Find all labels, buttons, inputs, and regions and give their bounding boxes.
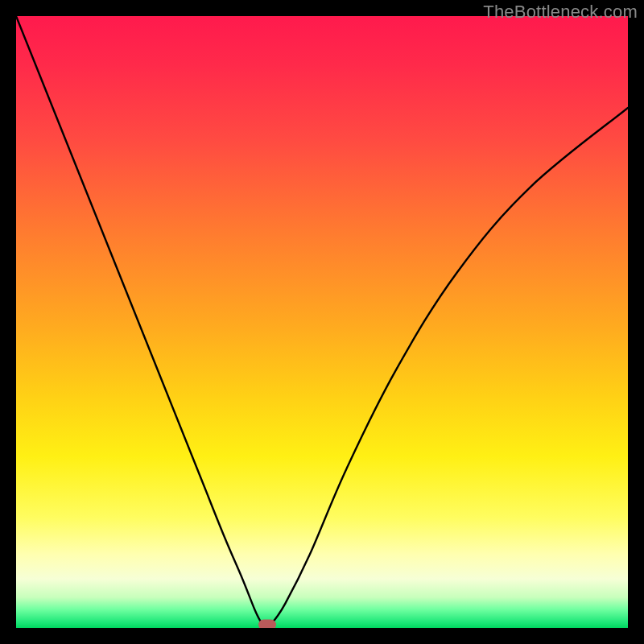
bottleneck-curve — [16, 16, 628, 628]
curve-layer — [16, 16, 628, 628]
plot-area — [16, 16, 628, 628]
chart-frame: TheBottleneck.com — [0, 0, 644, 644]
optimum-marker — [258, 620, 276, 629]
